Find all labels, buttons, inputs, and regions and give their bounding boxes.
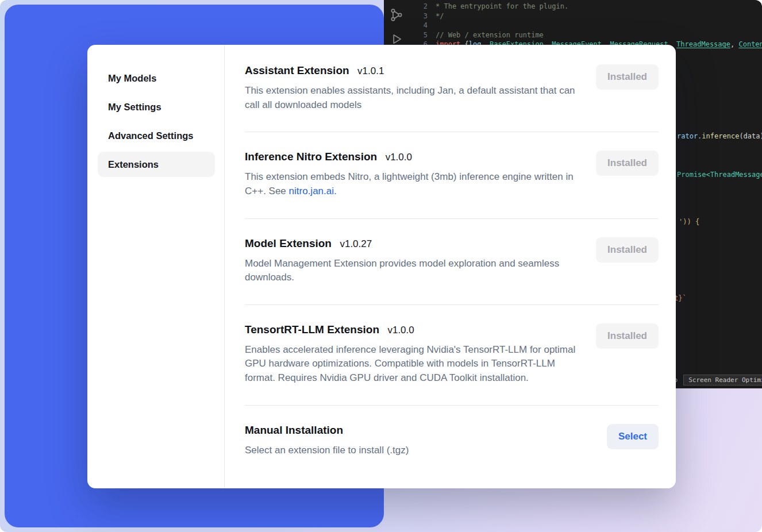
installed-button[interactable]: Installed [596, 151, 659, 176]
line-number: 2 [414, 2, 428, 11]
code-line: 2 * The entrypoint for the plugin. [414, 2, 762, 11]
comment-text: */ [436, 11, 444, 21]
nitro-link[interactable]: nitro.jan.ai. [289, 186, 337, 196]
code-line: 5 // Web / extension runtime [414, 30, 762, 40]
installed-button[interactable]: Installed [596, 237, 659, 263]
installed-button[interactable]: Installed [596, 323, 659, 349]
extension-version: v1.0.0 [386, 152, 412, 163]
select-button[interactable]: Select [607, 424, 659, 449]
extension-description: This extension enables assistants, inclu… [245, 84, 582, 112]
extensions-list: Assistant Extension v1.0.1 This extensio… [225, 45, 676, 488]
code-fragment: Promise<ThreadMessage> [677, 171, 762, 179]
extension-row-tensorrt: TensortRT-LLM Extension v1.0.0 Enables a… [245, 305, 659, 406]
extension-description: Enables accelerated inference leveraging… [245, 343, 582, 385]
extension-title: Model Extension [245, 237, 332, 249]
editor-status-bar: go Screen Reader Optimized [670, 375, 762, 385]
extension-info: Model Extension v1.0.27 Model Management… [245, 237, 582, 285]
extension-info: Inference Nitro Extension v1.0.0 This ex… [245, 151, 582, 198]
extension-title: TensortRT-LLM Extension [245, 323, 379, 336]
run-debug-icon[interactable] [390, 32, 403, 46]
sidebar-item-my-models[interactable]: My Models [98, 65, 215, 91]
code-line: 4 [414, 21, 762, 30]
extension-description: Model Management Extension provides mode… [245, 257, 582, 285]
settings-modal: My Models My Settings Advanced Settings … [87, 45, 676, 488]
installed-button[interactable]: Installed [596, 64, 659, 90]
sidebar-item-my-settings[interactable]: My Settings [98, 94, 215, 119]
extension-title: Assistant Extension [245, 64, 349, 76]
extension-row-nitro: Inference Nitro Extension v1.0.0 This ex… [245, 132, 659, 218]
extension-info: TensortRT-LLM Extension v1.0.0 Enables a… [245, 323, 582, 385]
screen-reader-badge[interactable]: Screen Reader Optimized [683, 375, 762, 385]
line-number: 3 [414, 11, 428, 21]
sidebar-item-extensions[interactable]: Extensions [98, 152, 215, 177]
extension-row-model: Model Extension v1.0.27 Model Management… [245, 219, 659, 305]
extension-heading: Assistant Extension v1.0.1 [245, 64, 582, 77]
manual-installation-description: Select an extension file to install (.tg… [245, 444, 409, 458]
code-line: 3 */ [414, 11, 762, 21]
comment-text: * The entrypoint for the plugin. [436, 2, 568, 11]
screen: 2 * The entrypoint for the plugin. 3 */ … [0, 0, 762, 532]
extension-row-assistant: Assistant Extension v1.0.1 This extensio… [245, 45, 659, 132]
manual-installation-title: Manual Installation [245, 424, 343, 436]
code-lines: 2 * The entrypoint for the plugin. 3 */ … [414, 2, 762, 49]
extension-version: v1.0.27 [340, 238, 372, 249]
extension-title: Inference Nitro Extension [245, 151, 377, 163]
settings-sidebar: My Models My Settings Advanced Settings … [87, 45, 225, 488]
extension-info: Manual Installation Select an extension … [245, 424, 409, 458]
comment-text: // Web / extension runtime [436, 30, 544, 40]
extension-heading: TensortRT-LLM Extension v1.0.0 [245, 323, 582, 336]
code-fragment: t}` [674, 294, 687, 302]
extension-heading: Inference Nitro Extension v1.0.0 [245, 151, 582, 163]
extension-heading: Manual Installation [245, 424, 409, 437]
line-number: 5 [414, 30, 428, 40]
extension-description: This extension embeds Nitro, a lightweig… [245, 170, 582, 198]
sidebar-item-advanced-settings[interactable]: Advanced Settings [98, 123, 215, 148]
extension-version: v1.0.0 [387, 325, 414, 336]
extension-heading: Model Extension v1.0.27 [245, 237, 582, 250]
extension-version: v1.0.1 [357, 65, 384, 76]
manual-installation-row: Manual Installation Select an extension … [245, 406, 659, 474]
extension-info: Assistant Extension v1.0.1 This extensio… [245, 64, 582, 112]
line-number: 4 [414, 21, 428, 30]
source-control-icon[interactable] [390, 8, 403, 22]
code-fragment: rator.inference(data)); [677, 132, 762, 140]
code-fragment: ')) { [679, 218, 699, 226]
